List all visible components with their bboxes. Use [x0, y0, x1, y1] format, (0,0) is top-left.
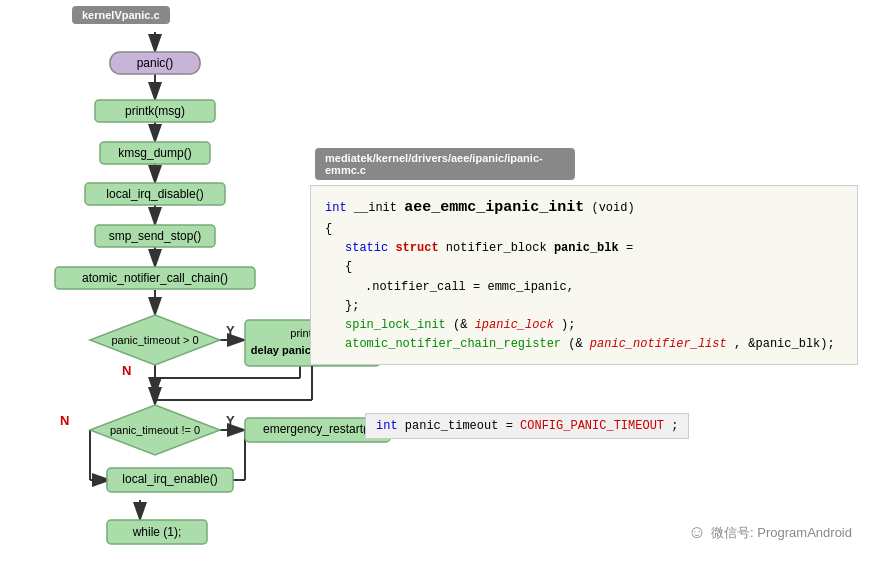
y-label-2: Y — [226, 413, 235, 428]
y-label-1: Y — [226, 323, 235, 338]
diagram-area: kernelVpanic.c mediatek/kernel/drivers/a… — [0, 0, 870, 561]
local-irq-disable-label: local_irq_disable() — [106, 187, 203, 201]
diamond1-label: panic_timeout > 0 — [111, 334, 198, 346]
code-line1: int __init aee_emmc_ipanic_init (void) — [325, 196, 843, 220]
code-line4: { — [325, 258, 843, 277]
file-bubble-main: mediatek/kernel/drivers/aee/ipanic/ipani… — [315, 148, 575, 180]
wechat-watermark: ☺ 微信号: ProgramAndroid — [688, 522, 852, 543]
smp-send-stop-label: smp_send_stop() — [109, 229, 202, 243]
wechat-icon: ☺ — [688, 522, 706, 543]
code-panel: int __init aee_emmc_ipanic_init (void) {… — [310, 185, 858, 365]
wechat-text: 微信号: ProgramAndroid — [711, 524, 852, 542]
code-line6: }; — [325, 297, 843, 316]
emergency-restart-label: emergency_restart() — [263, 422, 371, 436]
panic-label: panic() — [137, 56, 174, 70]
local-irq-enable-label: local_irq_enable() — [122, 472, 217, 486]
printk-msg-label: printk(msg) — [125, 104, 185, 118]
diamond2-label: panic_timeout != 0 — [110, 424, 200, 436]
timeout-snippet: int panic_timeout = CONFIG_PANIC_TIMEOUT… — [365, 413, 689, 439]
n-label-1: N — [122, 363, 131, 378]
atomic-notifier-label: atomic_notifier_call_chain() — [82, 271, 228, 285]
file-bubble-flow: kernelVpanic.c — [72, 6, 170, 24]
code-line7: spin_lock_init (& ipanic_lock ); — [325, 316, 843, 335]
code-line2: { — [325, 220, 843, 239]
code-line8: atomic_notifier_chain_register (& panic_… — [325, 335, 843, 354]
code-line3: static struct notifier_block panic_blk = — [325, 239, 843, 258]
n-label-2: N — [60, 413, 69, 428]
code-line5: .notifier_call = emmc_ipanic, — [325, 278, 843, 297]
kmsg-dump-label: kmsg_dump() — [118, 146, 191, 160]
while1-label: while (1); — [132, 525, 182, 539]
